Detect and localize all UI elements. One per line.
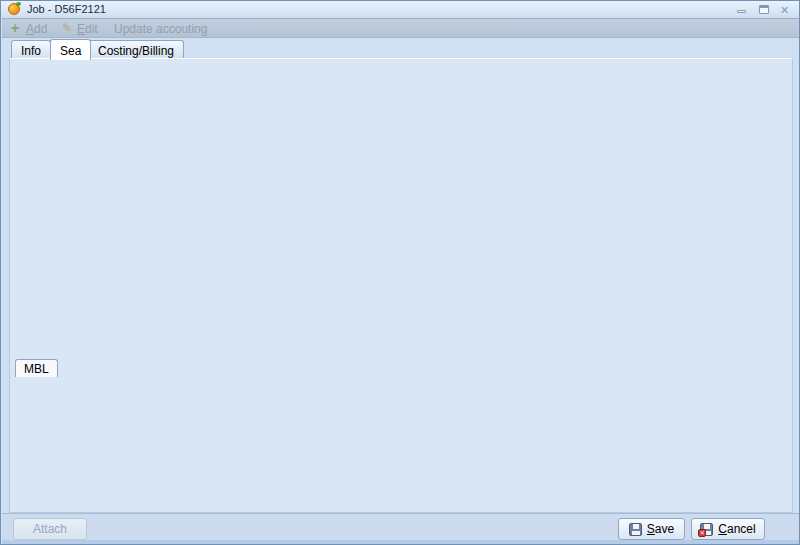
cancel-icon: ✕ (700, 523, 713, 536)
tab-info[interactable]: Info (11, 40, 51, 60)
job-window: Job - D56F2121 ✕ + Add ✎ Edit Update acc… (0, 0, 800, 545)
minimize-button[interactable] (734, 4, 749, 15)
add-icon: + (11, 22, 23, 34)
edit-icon: ✎ (62, 22, 74, 34)
app-icon (8, 3, 20, 15)
cancel-button[interactable]: ✕ Cancel (691, 518, 765, 540)
toolbar: + Add ✎ Edit Update accouting (2, 18, 800, 38)
title-bar: Job - D56F2121 ✕ (1, 1, 799, 18)
tab-costing-billing[interactable]: Costing/Billing (88, 40, 184, 60)
footer-bar: Attach Save ✕ Cancel (2, 513, 800, 540)
tab-sea[interactable]: Sea (50, 39, 91, 60)
sea-tab-panel (9, 58, 793, 513)
tab-mbl[interactable]: MBL (15, 359, 58, 377)
save-icon (629, 523, 642, 536)
close-button[interactable]: ✕ (777, 4, 792, 15)
attach-button[interactable]: Attach (13, 518, 87, 540)
window-title: Job - D56F2121 (27, 3, 106, 15)
edit-button[interactable]: Edit (77, 22, 98, 36)
save-button[interactable]: Save (618, 518, 685, 540)
add-button[interactable]: Add (26, 22, 47, 36)
status-strip (2, 540, 800, 545)
update-accounting-button[interactable]: Update accouting (114, 22, 207, 36)
maximize-button[interactable] (756, 4, 771, 15)
